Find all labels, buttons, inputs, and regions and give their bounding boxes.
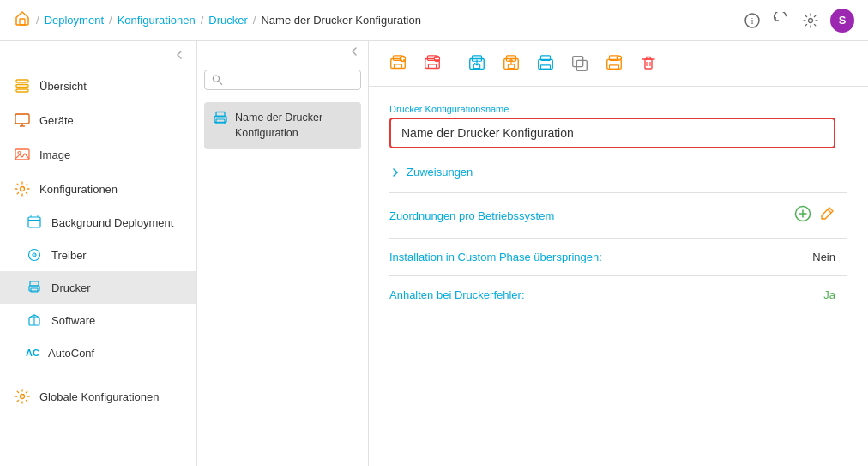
- edit-zuordnung-button[interactable]: [818, 205, 835, 226]
- refresh-icon[interactable]: [772, 11, 791, 30]
- zuordnungen-label: Zuordnungen pro Betriebssystem: [389, 209, 554, 222]
- sidebar-label-treiber: Treiber: [51, 249, 87, 262]
- remove-config-button[interactable]: [417, 48, 448, 79]
- middle-panel: Name der Drucker Konfiguration: [197, 41, 369, 466]
- svg-rect-28: [216, 112, 225, 117]
- svg-rect-7: [15, 114, 29, 124]
- zuordnungen-actions: [794, 205, 835, 226]
- sidebar-label-image: Image: [39, 148, 70, 161]
- separator1: [389, 192, 847, 193]
- svg-rect-61: [645, 59, 652, 69]
- svg-rect-53: [576, 60, 587, 70]
- add-zuordnung-button[interactable]: [794, 205, 811, 226]
- sidebar-item-konfigurationen[interactable]: Konfigurationen: [0, 172, 196, 206]
- search-input[interactable]: [226, 74, 353, 86]
- sidebar-collapse-button[interactable]: [0, 41, 196, 69]
- right-content: Drucker Konfigurationsname Name der Druc…: [369, 87, 868, 466]
- sidebar-item-globale-konfigurationen[interactable]: Globale Konfigurationen: [0, 379, 196, 414]
- right-toolbar: [369, 41, 868, 87]
- sep4: /: [253, 14, 256, 27]
- breadcrumb-current: Name der Drucker Konfiguration: [261, 14, 420, 27]
- svg-rect-13: [28, 217, 40, 227]
- add-config-button[interactable]: [383, 48, 413, 79]
- middle-collapse-button[interactable]: [347, 45, 361, 61]
- breadcrumb-konfigurationen[interactable]: Konfigurationen: [118, 14, 196, 27]
- right-panel: Drucker Konfigurationsname Name der Druc…: [369, 41, 868, 466]
- svg-rect-4: [16, 80, 28, 82]
- config-name-value: Name der Drucker Konfiguration: [389, 118, 835, 148]
- zuweisungen-link[interactable]: Zuweisungen: [389, 166, 847, 179]
- sep2: /: [109, 14, 112, 27]
- sidebar-sub-software[interactable]: Software: [0, 304, 196, 336]
- svg-point-12: [21, 187, 25, 191]
- anhalten-value: Ja: [823, 288, 835, 301]
- svg-point-15: [30, 215, 32, 217]
- import-button[interactable]: [496, 48, 527, 79]
- topbar: / Deployment / Konfigurationen / Drucker…: [0, 0, 868, 41]
- svg-rect-6: [16, 89, 28, 92]
- svg-rect-0: [20, 19, 25, 25]
- main-layout: Übersicht Geräte Image Konfigurationen: [0, 41, 868, 466]
- svg-point-16: [37, 215, 39, 217]
- breadcrumb-drucker[interactable]: Drucker: [208, 14, 248, 27]
- printer-button[interactable]: [530, 48, 561, 79]
- ac-icon: AC: [26, 344, 39, 361]
- sidebar-sub-drucker[interactable]: Drucker: [0, 271, 196, 304]
- config-settings-button[interactable]: [599, 48, 630, 79]
- svg-rect-57: [610, 65, 619, 70]
- home-icon[interactable]: [14, 9, 31, 31]
- box-icon: [26, 312, 43, 329]
- info-icon[interactable]: i: [743, 11, 762, 30]
- sidebar-item-geraete[interactable]: Geräte: [0, 103, 196, 137]
- installation-value: Nein: [812, 251, 835, 263]
- zuordnungen-row: Zuordnungen pro Betriebssystem: [389, 205, 835, 226]
- delete-button[interactable]: [633, 48, 664, 79]
- svg-rect-20: [30, 281, 39, 286]
- sep3: /: [201, 14, 204, 27]
- printer-icon-list: [213, 111, 228, 129]
- svg-text:i: i: [750, 15, 753, 26]
- config-name-group: Drucker Konfigurationsname Name der Druc…: [389, 104, 847, 148]
- zuweisungen-label: Zuweisungen: [407, 166, 473, 179]
- search-icon: [212, 74, 223, 86]
- svg-point-26: [213, 76, 219, 82]
- sidebar-label-uebersicht: Übersicht: [39, 80, 87, 93]
- user-avatar[interactable]: S: [830, 9, 854, 33]
- sidebar-item-uebersicht[interactable]: Übersicht: [0, 69, 196, 103]
- sidebar-sub-treiber[interactable]: Treiber: [0, 239, 196, 271]
- export-button[interactable]: [461, 48, 492, 79]
- sidebar-sub-background-deployment[interactable]: Background Deployment: [0, 206, 196, 239]
- gear2-icon: [14, 388, 31, 405]
- copy-button[interactable]: [564, 48, 595, 79]
- cd-icon: [26, 246, 43, 263]
- svg-rect-54: [573, 57, 583, 67]
- sidebar: Übersicht Geräte Image Konfigurationen: [0, 41, 197, 466]
- list-icon: [14, 77, 31, 94]
- svg-line-27: [219, 82, 222, 85]
- config-name-label: Drucker Konfigurationsname: [389, 104, 847, 114]
- search-box[interactable]: [204, 70, 361, 90]
- settings-icon[interactable]: [801, 11, 820, 30]
- anhalten-label: Anhalten bei Druckerfehler:: [389, 288, 525, 301]
- gear-icon: [14, 180, 31, 197]
- sidebar-label-autoconf: AutoConf: [48, 347, 94, 360]
- svg-rect-52: [541, 65, 551, 70]
- sidebar-label-software: Software: [51, 314, 95, 327]
- sidebar-label-geraete: Geräte: [39, 114, 74, 127]
- list-item-drucker-config[interactable]: Name der Drucker Konfiguration: [204, 102, 361, 149]
- separator2: [389, 238, 847, 239]
- image-icon: [14, 146, 31, 163]
- svg-line-67: [828, 209, 831, 213]
- sidebar-sub-autoconf[interactable]: AC AutoConf: [0, 336, 196, 369]
- anhalten-row: Anhalten bei Druckerfehler: Ja: [389, 288, 835, 301]
- printer-icon-small: [26, 279, 43, 296]
- middle-toolbar: [197, 41, 368, 64]
- sidebar-label-konfigurationen: Konfigurationen: [39, 183, 118, 196]
- chevron-right-icon: [389, 166, 401, 179]
- breadcrumb-area: / Deployment / Konfigurationen / Drucker…: [14, 9, 421, 31]
- svg-point-3: [809, 18, 813, 22]
- svg-point-11: [18, 152, 21, 154]
- installation-label: Installation in Custom Phase überspringe…: [389, 251, 602, 263]
- breadcrumb-deployment[interactable]: Deployment: [45, 14, 104, 27]
- sidebar-item-image[interactable]: Image: [0, 137, 196, 172]
